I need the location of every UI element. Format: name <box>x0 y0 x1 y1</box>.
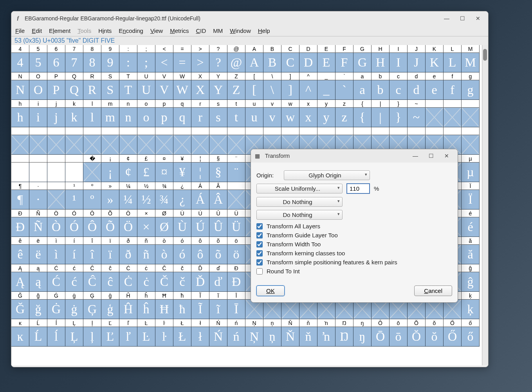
glyph-cell[interactable] <box>227 190 245 210</box>
glyph-cell[interactable] <box>11 135 29 155</box>
glyph-cell[interactable]: Ï <box>462 190 480 210</box>
glyph-cell[interactable]: ¾ <box>155 190 173 210</box>
glyph-cell[interactable]: Ú <box>191 217 209 237</box>
glyph-cell[interactable]: ` <box>335 80 353 100</box>
glyph-cell[interactable]: ë <box>29 245 47 264</box>
glyph-cell[interactable]: n <box>119 108 137 127</box>
glyph-cell[interactable]: ľ <box>119 327 137 347</box>
glyph-cell[interactable]: Z <box>227 80 245 100</box>
glyph-cell[interactable]: J <box>408 53 426 72</box>
glyph-cell[interactable]: Ď <box>191 272 209 292</box>
glyph-cell[interactable] <box>11 163 29 182</box>
glyph-cell[interactable]: d <box>408 80 426 100</box>
glyph-cell[interactable]: ¢ <box>119 163 137 182</box>
check-simple-positioning[interactable]: Transform simple positioning features & … <box>256 259 452 266</box>
glyph-cell[interactable]: é <box>462 217 480 237</box>
close-button[interactable]: ✕ <box>474 15 482 22</box>
glyph-cell[interactable]: 9 <box>101 53 119 72</box>
glyph-cell[interactable]: : <box>119 53 137 72</box>
glyph-cell[interactable]: 8 <box>83 53 101 72</box>
glyph-cell[interactable]: Đ <box>11 217 29 237</box>
glyph-cell[interactable]: Ò <box>47 217 65 237</box>
glyph-cell[interactable]: Ć <box>47 272 65 292</box>
glyph-cell[interactable]: Ī <box>227 300 245 319</box>
glyph-cell[interactable]: Û <box>209 217 227 237</box>
glyph-cell[interactable]: Q <box>65 80 83 100</box>
glyph-cell[interactable]: G <box>353 53 371 72</box>
glyph-cell[interactable]: ê <box>11 245 29 264</box>
check-round-to-int[interactable]: Round To Int <box>256 268 452 275</box>
glyph-cell[interactable]: U <box>137 80 155 100</box>
glyph-cell[interactable]: Ŋ <box>335 327 353 347</box>
glyph-cell[interactable]: ō <box>390 327 408 347</box>
glyph-cell[interactable]: 5 <box>29 53 47 72</box>
glyph-cell[interactable]: ŋ <box>353 327 371 347</box>
operation1-select[interactable]: Scale Uniformly... <box>256 184 343 193</box>
glyph-cell[interactable]: m <box>101 108 119 127</box>
glyph-cell[interactable] <box>119 135 137 155</box>
glyph-cell[interactable]: f <box>444 80 462 100</box>
glyph-cell[interactable]: P <box>47 80 65 100</box>
glyph-cell[interactable]: H <box>371 53 390 72</box>
glyph-cell[interactable]: Ł <box>173 327 191 347</box>
check-all-layers[interactable]: Transform All Layers <box>256 223 452 229</box>
glyph-cell[interactable]: N <box>11 80 29 100</box>
glyph-cell[interactable]: s <box>209 108 227 127</box>
glyph-cell[interactable]: ô <box>191 245 209 264</box>
glyph-cell[interactable]: x <box>299 108 317 127</box>
glyph-cell[interactable]: T <box>119 80 137 100</box>
glyph-cell[interactable]: Ó <box>65 217 83 237</box>
glyph-cell[interactable]: t <box>227 108 245 127</box>
glyph-cell[interactable]: 4 <box>11 53 29 72</box>
glyph-cell[interactable]: ħ <box>173 300 191 319</box>
glyph-cell[interactable]: ģ <box>101 300 119 319</box>
glyph-cell[interactable]: Ņ <box>245 327 263 347</box>
glyph-cell[interactable]: Ô <box>83 217 101 237</box>
menu-tools[interactable]: Tools <box>78 27 91 34</box>
menu-hints[interactable]: Hints <box>98 27 112 34</box>
glyph-cell[interactable]: [ <box>245 80 263 100</box>
glyph-cell[interactable]: Ń <box>209 327 227 347</box>
glyph-cell[interactable] <box>191 135 209 155</box>
glyph-cell[interactable]: I <box>390 53 408 72</box>
scrollbar[interactable] <box>482 45 488 365</box>
menu-mm[interactable]: MM <box>213 27 223 34</box>
glyph-cell[interactable]: ¼ <box>119 190 137 210</box>
check-width[interactable]: Transform Width Too <box>256 241 452 247</box>
check-kerning-box[interactable] <box>256 250 263 257</box>
check-guide-layer-box[interactable] <box>256 232 263 238</box>
glyph-cell[interactable]: ń <box>227 327 245 347</box>
operation2-select[interactable]: Do Nothing <box>256 197 343 207</box>
glyph-cell[interactable]: u <box>245 108 263 127</box>
maximize-button[interactable]: ☐ <box>458 15 466 22</box>
glyph-cell[interactable]: ò <box>155 245 173 264</box>
glyph-cell[interactable]: » <box>101 190 119 210</box>
glyph-cell[interactable]: a <box>353 80 371 100</box>
glyph-cell[interactable]: 7 <box>65 53 83 72</box>
glyph-cell[interactable]: ĺ <box>47 327 65 347</box>
glyph-cell[interactable]: Ą <box>11 272 29 292</box>
glyph-cell[interactable]: Ĉ <box>83 272 101 292</box>
glyph-cell[interactable]: ļ <box>83 327 101 347</box>
glyph-cell[interactable]: R <box>83 80 101 100</box>
glyph-cell[interactable]: ĩ <box>209 300 227 319</box>
glyph-cell[interactable]: j <box>47 108 65 127</box>
glyph-cell[interactable]: V <box>155 80 173 100</box>
cancel-button[interactable]: Cancel <box>414 285 452 296</box>
glyph-cell[interactable]: = <box>173 53 191 72</box>
glyph-cell[interactable] <box>65 135 83 155</box>
glyph-cell[interactable]: ð <box>119 245 137 264</box>
glyph-cell[interactable]: Ø <box>155 217 173 237</box>
glyph-cell[interactable]: ï <box>101 245 119 264</box>
check-guide-layer[interactable]: Transform Guide Layer Too <box>256 232 452 238</box>
menu-view[interactable]: View <box>150 27 163 34</box>
glyph-cell[interactable]: 6 <box>47 53 65 72</box>
glyph-cell[interactable]: } <box>390 108 408 127</box>
glyph-cell[interactable]: v <box>263 108 281 127</box>
glyph-cell[interactable]: µ <box>462 163 480 182</box>
glyph-cell[interactable]: õ <box>209 245 227 264</box>
glyph-cell[interactable]: ğ <box>29 300 47 319</box>
glyph-cell[interactable]: Ļ <box>65 327 83 347</box>
glyph-cell[interactable]: § <box>209 163 227 182</box>
minimize-button[interactable]: — <box>443 15 451 22</box>
